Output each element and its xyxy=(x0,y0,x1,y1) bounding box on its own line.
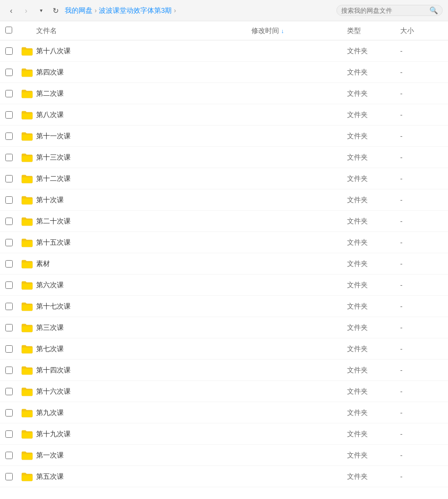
table-row[interactable]: 第九次课 文件夹 - xyxy=(0,402,448,423)
row-checkbox[interactable] xyxy=(5,239,21,246)
row-checkbox[interactable] xyxy=(5,409,21,417)
table-row[interactable]: 第十八次课 文件夹 - xyxy=(0,40,448,62)
file-name[interactable]: 第十一次课 xyxy=(36,131,251,141)
file-name[interactable]: 第九次课 xyxy=(36,408,251,418)
row-checkbox[interactable] xyxy=(5,388,21,395)
row-checkbox[interactable] xyxy=(5,69,21,76)
file-type: 文件夹 xyxy=(347,451,400,460)
table-row[interactable]: 第十次课 文件夹 - xyxy=(0,189,448,211)
table-row[interactable]: 第十一次课 文件夹 - xyxy=(0,126,448,147)
file-name[interactable]: 第十八次课 xyxy=(36,46,251,56)
row-select-checkbox[interactable] xyxy=(5,90,13,97)
table-row[interactable]: 第八次课 文件夹 - xyxy=(0,104,448,126)
file-name[interactable]: 第三次课 xyxy=(36,323,251,332)
row-select-checkbox[interactable] xyxy=(5,388,13,395)
row-checkbox[interactable] xyxy=(5,324,21,331)
row-select-checkbox[interactable] xyxy=(5,239,13,246)
row-checkbox[interactable] xyxy=(5,260,21,268)
dropdown-button[interactable]: ▾ xyxy=(35,5,47,16)
header-checkbox[interactable] xyxy=(5,27,21,35)
row-select-checkbox[interactable] xyxy=(5,154,13,161)
table-row[interactable]: 第一次课 文件夹 - xyxy=(0,445,448,466)
table-row[interactable]: 第七次课 文件夹 - xyxy=(0,338,448,360)
breadcrumb-folder[interactable]: 波波课堂动效字体第3期 xyxy=(99,6,172,15)
breadcrumb-sep-2: › xyxy=(174,7,176,14)
file-name[interactable]: 第十次课 xyxy=(36,195,251,205)
search-input[interactable] xyxy=(341,7,429,14)
file-type: 文件夹 xyxy=(347,365,400,375)
row-checkbox[interactable] xyxy=(5,452,21,459)
table-row[interactable]: 第三次课 文件夹 - xyxy=(0,317,448,338)
row-select-checkbox[interactable] xyxy=(5,281,13,289)
file-name[interactable]: 第六次课 xyxy=(36,280,251,290)
row-select-checkbox[interactable] xyxy=(5,367,13,374)
table-row[interactable]: 第十三次课 文件夹 - xyxy=(0,147,448,168)
table-row[interactable]: 第五次课 文件夹 - xyxy=(0,466,448,487)
row-select-checkbox[interactable] xyxy=(5,409,13,417)
row-checkbox[interactable] xyxy=(5,90,21,97)
forward-button[interactable]: › xyxy=(20,5,32,16)
row-checkbox[interactable] xyxy=(5,196,21,204)
row-select-checkbox[interactable] xyxy=(5,132,13,140)
row-select-checkbox[interactable] xyxy=(5,69,13,76)
row-checkbox[interactable] xyxy=(5,154,21,161)
table-row[interactable]: 第二十次课 文件夹 - xyxy=(0,211,448,232)
row-checkbox[interactable] xyxy=(5,111,21,119)
row-select-checkbox[interactable] xyxy=(5,473,13,480)
table-row[interactable]: 第十九次课 文件夹 - xyxy=(0,423,448,445)
file-name[interactable]: 第十九次课 xyxy=(36,429,251,439)
row-select-checkbox[interactable] xyxy=(5,111,13,119)
row-select-checkbox[interactable] xyxy=(5,218,13,225)
row-select-checkbox[interactable] xyxy=(5,260,13,268)
table-row[interactable]: 素材 文件夹 - xyxy=(0,253,448,275)
table-row[interactable]: 第十七次课 文件夹 - xyxy=(0,296,448,317)
file-name[interactable]: 第十二次课 xyxy=(36,174,251,184)
select-all-checkbox[interactable] xyxy=(5,27,12,34)
row-checkbox[interactable] xyxy=(5,281,21,289)
row-checkbox[interactable] xyxy=(5,367,21,374)
row-checkbox[interactable] xyxy=(5,218,21,225)
table-row[interactable]: 第十四次课 文件夹 - xyxy=(0,360,448,381)
file-name[interactable]: 第十四次课 xyxy=(36,365,251,375)
file-name[interactable]: 第四次课 xyxy=(36,68,251,77)
row-select-checkbox[interactable] xyxy=(5,303,13,310)
table-row[interactable]: 第十六次课 文件夹 - xyxy=(0,381,448,402)
file-name[interactable]: 第二十次课 xyxy=(36,217,251,226)
file-name[interactable]: 第一次课 xyxy=(36,451,251,460)
refresh-button[interactable]: ↻ xyxy=(50,5,62,16)
back-button[interactable]: ‹ xyxy=(5,5,17,16)
row-checkbox[interactable] xyxy=(5,303,21,310)
row-checkbox[interactable] xyxy=(5,345,21,353)
breadcrumb-home[interactable]: 我的网盘 xyxy=(65,6,92,15)
file-name[interactable]: 第十五次课 xyxy=(36,238,251,247)
row-select-checkbox[interactable] xyxy=(5,430,13,438)
table-row[interactable]: 第四次课 文件夹 - xyxy=(0,62,448,83)
file-name[interactable]: 素材 xyxy=(36,259,251,269)
row-select-checkbox[interactable] xyxy=(5,324,13,331)
table-row[interactable]: 第六次课 文件夹 - xyxy=(0,275,448,296)
row-select-checkbox[interactable] xyxy=(5,175,13,182)
row-select-checkbox[interactable] xyxy=(5,47,13,55)
row-select-checkbox[interactable] xyxy=(5,452,13,459)
search-icon[interactable]: 🔍 xyxy=(429,6,438,14)
row-select-checkbox[interactable] xyxy=(5,345,13,353)
file-name[interactable]: 第十三次课 xyxy=(36,153,251,162)
file-name[interactable]: 第二次课 xyxy=(36,89,251,98)
row-checkbox[interactable] xyxy=(5,430,21,438)
row-checkbox[interactable] xyxy=(5,132,21,140)
file-name[interactable]: 第十七次课 xyxy=(36,302,251,311)
file-name[interactable]: 第八次课 xyxy=(36,110,251,120)
table-row[interactable]: 第十二次课 文件夹 - xyxy=(0,168,448,189)
file-type: 文件夹 xyxy=(347,153,400,162)
file-name[interactable]: 第十六次课 xyxy=(36,387,251,396)
row-select-checkbox[interactable] xyxy=(5,196,13,204)
row-checkbox[interactable] xyxy=(5,47,21,55)
row-checkbox[interactable] xyxy=(5,175,21,182)
header-modified[interactable]: 修改时间 ↓ xyxy=(251,26,347,36)
file-name[interactable]: 第七次课 xyxy=(36,344,251,354)
table-row[interactable]: 第二次课 文件夹 - xyxy=(0,83,448,104)
file-size: - xyxy=(400,217,443,225)
file-name[interactable]: 第五次课 xyxy=(36,472,251,481)
table-row[interactable]: 第十五次课 文件夹 - xyxy=(0,232,448,253)
row-checkbox[interactable] xyxy=(5,473,21,480)
